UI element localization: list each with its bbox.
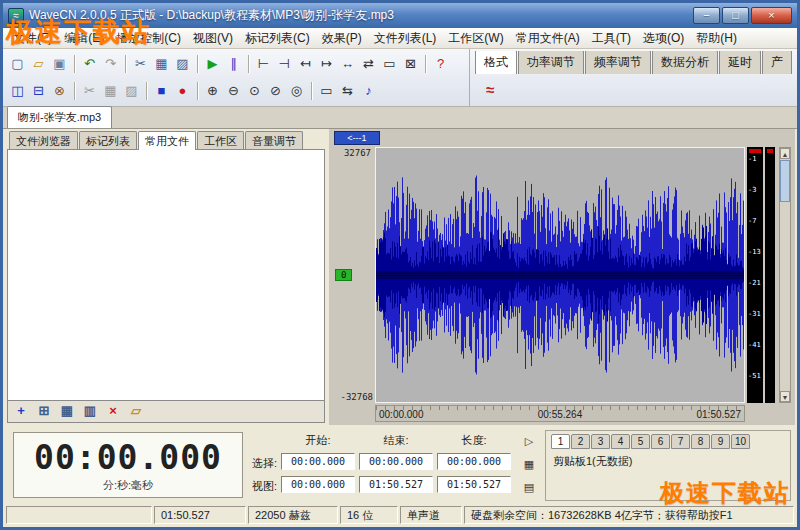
mini-list-button[interactable]: ▤ — [521, 480, 537, 496]
clipboard-tab-8[interactable]: 8 — [691, 434, 710, 449]
stop-icon[interactable]: ■ — [151, 80, 172, 101]
side-tab-0[interactable]: 格式 — [475, 51, 517, 74]
selection-end-field[interactable]: 00:00.000 — [359, 453, 433, 470]
mini-play-button[interactable]: ▷ — [521, 434, 537, 450]
timeline-ruler[interactable]: 00:00.000 00:55.264 01:50.527 — [375, 405, 745, 422]
duplicate-item-icon[interactable]: ▦ — [57, 403, 77, 420]
paste-icon[interactable]: ▨ — [172, 53, 193, 74]
clipboard-tab-5[interactable]: 5 — [631, 434, 650, 449]
amplitude-scale: 32767 0 -32768 — [334, 147, 373, 403]
menu-item-10[interactable]: 选项(O) — [637, 28, 690, 49]
play-icon[interactable]: ▶ — [202, 53, 223, 74]
save-all-icon[interactable]: ⊟ — [28, 80, 49, 101]
clipboard-tab-4[interactable]: 4 — [611, 434, 630, 449]
trim-icon[interactable]: ✂ — [79, 80, 100, 101]
zoom-selection-icon[interactable]: ⊠ — [400, 53, 421, 74]
add-item-icon[interactable]: + — [11, 403, 31, 420]
scroll-view-icon[interactable]: ⇆ — [337, 80, 358, 101]
side-tab-1[interactable]: 功率调节 — [518, 51, 584, 74]
effect-wave-icon[interactable]: ≈ — [478, 79, 502, 101]
status-cell-2: 22050 赫兹 — [248, 506, 338, 524]
select-end-icon[interactable]: ⊣ — [274, 53, 295, 74]
left-tab-0[interactable]: 文件浏览器 — [9, 131, 78, 150]
new-file-icon[interactable]: ▢ — [7, 53, 28, 74]
left-tab-3[interactable]: 工作区 — [197, 131, 244, 150]
undo-icon[interactable]: ↶ — [79, 53, 100, 74]
side-tab-3[interactable]: 数据分析 — [652, 51, 718, 74]
clipboard-tab-7[interactable]: 7 — [671, 434, 690, 449]
paste-new-icon[interactable]: ▨ — [121, 80, 142, 101]
nudge-right-icon[interactable]: ↦ — [316, 53, 337, 74]
side-tab-5[interactable]: 产 — [762, 51, 792, 74]
zoom-full-icon[interactable]: ⊘ — [265, 80, 286, 101]
selection-start-field[interactable]: 00:00.000 — [281, 453, 355, 470]
common-files-list[interactable] — [7, 149, 325, 401]
clipboard-tab-1[interactable]: 1 — [551, 434, 570, 449]
monitor-icon[interactable]: ♪ — [358, 80, 379, 101]
left-tab-1[interactable]: 标记列表 — [79, 131, 137, 150]
waveform-display[interactable] — [375, 147, 745, 403]
waveform-canvas[interactable] — [376, 148, 744, 402]
zoom-window-icon[interactable]: ⊙ — [244, 80, 265, 101]
menu-item-6[interactable]: 文件列表(L) — [368, 28, 443, 49]
left-panel-tabs: 文件浏览器标记列表常用文件工作区音量调节 — [7, 131, 325, 150]
minimize-button[interactable]: − — [693, 7, 720, 24]
record-icon[interactable]: ● — [172, 80, 193, 101]
pause-icon[interactable]: ∥ — [223, 53, 244, 74]
vertical-scrollbar[interactable]: ▲ ▼ — [779, 147, 791, 403]
cut-icon[interactable]: ✂ — [130, 53, 151, 74]
clipboard-tab-2[interactable]: 2 — [571, 434, 590, 449]
magnifier-icon[interactable]: ◎ — [286, 80, 307, 101]
menu-item-4[interactable]: 标记列表(C) — [239, 28, 316, 49]
side-tab-4[interactable]: 延时 — [719, 51, 761, 74]
side-tab-2[interactable]: 频率调节 — [585, 51, 651, 74]
menu-item-9[interactable]: 工具(T) — [586, 28, 637, 49]
maximize-button[interactable]: □ — [722, 7, 749, 24]
meter-label: -1 — [748, 155, 756, 163]
view-box-icon[interactable]: ▭ — [316, 80, 337, 101]
clipboard-tab-10[interactable]: 10 — [731, 434, 750, 449]
save-file-icon[interactable]: ◫ — [7, 80, 28, 101]
menu-item-7[interactable]: 工作区(W) — [442, 28, 509, 49]
channel-nav-button[interactable]: <---1 — [334, 131, 380, 145]
nudge-left-icon[interactable]: ↤ — [295, 53, 316, 74]
left-tab-4[interactable]: 音量调节 — [245, 131, 303, 150]
redo-icon[interactable]: ↷ — [100, 53, 121, 74]
scroll-down-icon[interactable]: ▼ — [780, 391, 790, 402]
help-icon[interactable]: ? — [430, 53, 451, 74]
import-file-icon[interactable]: ▣ — [49, 53, 70, 74]
mix-paste-icon[interactable]: ▦ — [100, 80, 121, 101]
file-tab-0[interactable]: 吻别-张学友.mp3 — [7, 106, 112, 128]
meter-label: -21 — [748, 279, 761, 287]
view-length-field[interactable]: 01:50.527 — [437, 476, 511, 493]
menu-item-5[interactable]: 效果(P) — [316, 28, 368, 49]
menu-item-8[interactable]: 常用文件(A) — [510, 28, 586, 49]
swap-selection-icon[interactable]: ⇄ — [358, 53, 379, 74]
select-all-icon[interactable]: ↔ — [337, 53, 358, 74]
view-end-field[interactable]: 01:50.527 — [359, 476, 433, 493]
select-start-icon[interactable]: ⊢ — [253, 53, 274, 74]
clipboard-tab-6[interactable]: 6 — [651, 434, 670, 449]
clipboard-tab-9[interactable]: 9 — [711, 434, 730, 449]
scrollbar-thumb[interactable] — [780, 160, 790, 202]
remove-item-icon[interactable]: × — [103, 403, 123, 420]
close-button[interactable]: × — [751, 7, 792, 24]
add-file-item-icon[interactable]: ⊞ — [34, 403, 54, 420]
zoom-out-icon[interactable]: ⊖ — [223, 80, 244, 101]
left-tab-2[interactable]: 常用文件 — [138, 131, 196, 150]
browse-folder-icon[interactable]: ▱ — [126, 403, 146, 420]
copy-icon[interactable]: ▦ — [151, 53, 172, 74]
close-file-icon[interactable]: ⊗ — [49, 80, 70, 101]
export-item-icon[interactable]: ▥ — [80, 403, 100, 420]
zoom-in-icon[interactable]: ⊕ — [202, 80, 223, 101]
view-start-field[interactable]: 00:00.000 — [281, 476, 355, 493]
mini-grid-button[interactable]: ▦ — [521, 457, 537, 473]
open-file-icon[interactable]: ▱ — [28, 53, 49, 74]
menu-item-11[interactable]: 帮助(H) — [690, 28, 743, 49]
scroll-up-icon[interactable]: ▲ — [780, 148, 790, 159]
selection-box-icon[interactable]: ▭ — [379, 53, 400, 74]
menu-item-3[interactable]: 视图(V) — [187, 28, 239, 49]
selection-length-field[interactable]: 00:00.000 — [437, 453, 511, 470]
clipboard-tab-3[interactable]: 3 — [591, 434, 610, 449]
watermark-bottom: 极速下载站 — [660, 477, 790, 509]
